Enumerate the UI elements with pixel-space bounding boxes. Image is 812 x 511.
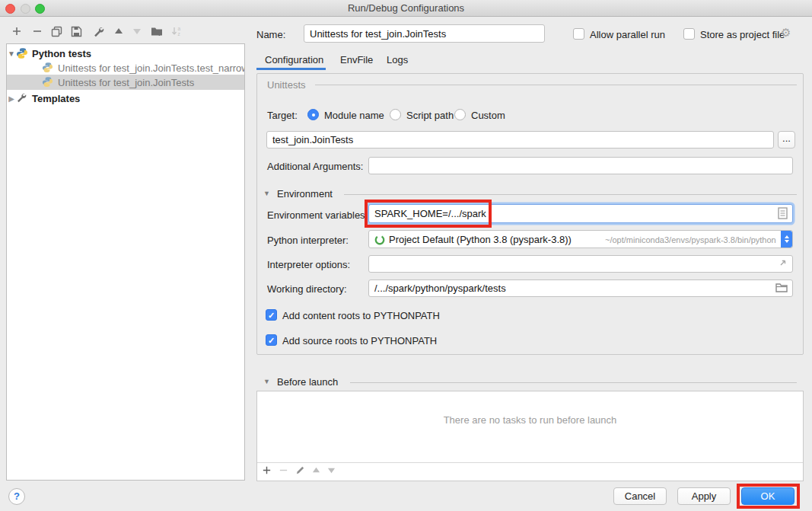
store-as-project-file-checkbox[interactable]: [683, 28, 695, 40]
title-bar: Run/Debug Configurations: [0, 0, 812, 17]
env-variables-editor-icon[interactable]: [778, 207, 788, 222]
apply-button[interactable]: Apply: [677, 487, 731, 505]
chevron-up-icon: [785, 235, 789, 238]
help-button[interactable]: ?: [8, 488, 25, 505]
environment-variables-label: Environment variables:: [267, 209, 368, 221]
add-source-roots-label: Add source roots to PYTHONPATH: [282, 335, 437, 347]
unittests-group-title: Unittests: [267, 79, 306, 91]
add-task-icon[interactable]: [262, 465, 272, 475]
save-configuration-button[interactable]: [69, 24, 83, 38]
name-input[interactable]: [304, 24, 545, 43]
new-folder-button[interactable]: [150, 24, 164, 38]
before-launch-empty-text: There are no tasks to run before launch: [257, 414, 803, 426]
working-directory-input[interactable]: [368, 279, 793, 297]
target-input[interactable]: [266, 131, 774, 149]
remove-configuration-button[interactable]: [30, 24, 44, 38]
folder-icon[interactable]: [775, 283, 788, 295]
sort-az-icon: az: [171, 26, 183, 37]
environment-section-title: Environment: [277, 188, 333, 200]
additional-arguments-label: Additional Arguments:: [267, 161, 363, 172]
name-label: Name:: [256, 29, 285, 40]
python-icon: [16, 47, 28, 59]
arrow-down-icon: [132, 27, 142, 36]
copy-configuration-button[interactable]: [49, 24, 63, 38]
before-launch-rule: [350, 382, 797, 383]
target-module-name-label: Module name: [324, 110, 384, 121]
target-module-name-radio[interactable]: [307, 109, 319, 120]
conda-env-icon: [374, 235, 385, 248]
browse-target-button[interactable]: ...: [778, 131, 795, 149]
additional-arguments-input[interactable]: [368, 157, 793, 174]
chevron-down-icon: [785, 240, 789, 243]
minus-icon: [32, 26, 43, 37]
python-interpreter-label: Python interpreter:: [267, 235, 349, 246]
target-label: Target:: [267, 110, 298, 121]
folder-plus-icon: [151, 26, 163, 37]
save-icon: [71, 26, 82, 37]
tab-logs[interactable]: Logs: [387, 54, 408, 65]
window-title: Run/Debug Configurations: [0, 2, 812, 14]
ok-button[interactable]: OK: [741, 487, 794, 505]
environment-section-rule: [344, 194, 797, 195]
interpreter-stepper[interactable]: [781, 231, 792, 248]
configurations-tree: ▼ Python tests Unittests for test_join.J…: [6, 43, 245, 481]
task-toolbar: [262, 465, 336, 475]
target-script-path-label: Script path: [406, 110, 454, 121]
tree-item-label: Templates: [32, 93, 80, 104]
sort-configurations-button[interactable]: az: [170, 24, 184, 38]
environment-collapse-icon[interactable]: ▼: [263, 190, 270, 197]
tree-item-python-tests[interactable]: ▼ Python tests: [7, 46, 244, 61]
python-interpreter-select[interactable]: Project Default (Python 3.8 (pyspark-3.8…: [368, 230, 793, 248]
move-up-button[interactable]: [112, 24, 126, 38]
task-toolbar-divider: [257, 462, 803, 463]
move-down-button[interactable]: [130, 24, 144, 38]
tree-item-templates[interactable]: ▶ Templates: [7, 91, 244, 106]
tree-item-unittests-test-narrow[interactable]: Unittests for test_join.JoinTests.test_n…: [7, 60, 244, 75]
copy-icon: [51, 26, 62, 37]
chevron-down-icon[interactable]: ▼: [7, 50, 16, 58]
add-content-roots-label: Add content roots to PYTHONPATH: [282, 310, 440, 321]
edit-task-icon[interactable]: [295, 465, 305, 475]
allow-parallel-run-checkbox[interactable]: [573, 28, 584, 40]
add-configuration-button[interactable]: [10, 24, 24, 38]
before-launch-task-list[interactable]: There are no tasks to run before launch: [256, 391, 804, 481]
group-title-rule: [315, 85, 797, 85]
active-tab-indicator: [256, 68, 326, 70]
wrench-icon: [93, 26, 104, 37]
run-debug-configurations-dialog: { "window": { "title": "Run/Debug Config…: [0, 0, 812, 511]
interpreter-options-label: Interpreter options:: [267, 259, 350, 270]
add-source-roots-checkbox[interactable]: ✓: [266, 334, 277, 346]
tab-configuration[interactable]: Configuration: [265, 54, 323, 65]
environment-variables-input[interactable]: [368, 204, 793, 223]
tree-item-label: Unittests for test_join.JoinTests.test_n…: [58, 62, 244, 74]
python-icon: [42, 76, 54, 88]
tab-envfile[interactable]: EnvFile: [340, 54, 373, 65]
store-as-project-file-label: Store as project file: [700, 29, 785, 40]
target-script-path-radio[interactable]: [390, 109, 401, 120]
remove-task-icon[interactable]: [279, 465, 288, 475]
move-task-up-icon[interactable]: [312, 466, 320, 474]
chevron-right-icon[interactable]: ▶: [7, 94, 16, 103]
working-directory-label: Working directory:: [267, 283, 347, 295]
interpreter-options-input[interactable]: [368, 255, 793, 273]
svg-text:a: a: [178, 26, 181, 31]
python-interpreter-path: ~/opt/miniconda3/envs/pyspark-3.8/bin/py…: [605, 235, 776, 244]
tree-item-unittests-jointests[interactable]: Unittests for test_join.JoinTests: [7, 75, 244, 90]
target-custom-radio[interactable]: [454, 109, 466, 120]
before-launch-collapse-icon[interactable]: ▼: [263, 378, 270, 385]
python-icon: [42, 62, 54, 74]
arrow-up-icon: [114, 27, 123, 36]
gear-icon[interactable]: ⚙: [781, 26, 791, 40]
cancel-button[interactable]: Cancel: [613, 487, 667, 505]
python-interpreter-value: Project Default (Python 3.8 (pyspark-3.8…: [389, 234, 572, 245]
svg-text:z: z: [178, 31, 180, 37]
plus-icon: [11, 26, 22, 37]
before-launch-title: Before launch: [277, 376, 338, 388]
wrench-icon: [16, 92, 28, 104]
add-content-roots-checkbox[interactable]: ✓: [266, 309, 277, 321]
edit-templates-button[interactable]: [91, 24, 105, 38]
move-task-down-icon[interactable]: [327, 466, 336, 474]
expand-field-icon[interactable]: [778, 258, 788, 270]
tree-item-label: Unittests for test_join.JoinTests: [58, 77, 194, 88]
allow-parallel-run-label: Allow parallel run: [590, 29, 665, 40]
